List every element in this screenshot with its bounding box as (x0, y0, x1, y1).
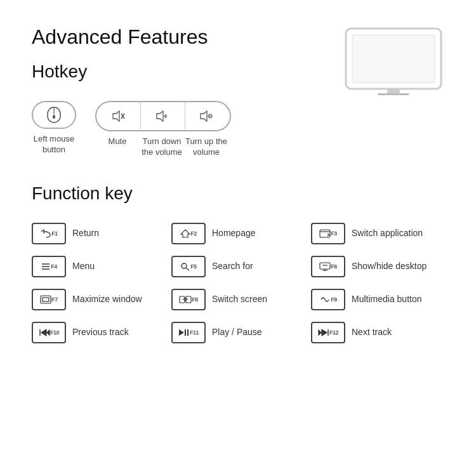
fkey-num-f8: F8 (192, 296, 198, 303)
fkey-icon-f6 (319, 262, 331, 271)
fkey-item-f1: F1 Return (32, 223, 165, 244)
fkey-num-f4: F4 (51, 263, 57, 270)
svg-marker-30 (47, 330, 50, 335)
fkey-box-f3[interactable]: F3 (311, 223, 345, 244)
hotkey-item-mouse: Left mousebutton (32, 101, 76, 155)
fkey-box-f1[interactable]: F1 (32, 223, 66, 244)
fkey-label-f6: Show/hide desktop (352, 261, 426, 272)
fkey-item-f8: F8 Switch screen (171, 289, 305, 310)
fkey-box-f9[interactable]: F9 (311, 289, 345, 310)
fkey-num-f3: F3 (331, 230, 337, 237)
svg-marker-10 (157, 111, 163, 121)
mute-label: Mute (95, 136, 140, 158)
svg-marker-7 (113, 111, 119, 121)
fkey-icon-f3 (319, 229, 331, 238)
svg-rect-2 (387, 89, 400, 94)
vol-down-label: Turn downthe volume (140, 136, 184, 158)
mouse-key-button[interactable] (32, 101, 76, 129)
vol-up-label: Turn up thevolume (184, 136, 228, 158)
fkey-box-f6[interactable]: F6 (311, 256, 345, 277)
volume-key-group[interactable] (95, 101, 231, 131)
svg-point-6 (53, 115, 55, 119)
svg-rect-20 (320, 263, 330, 269)
fkey-item-f2: F2 Homepage (171, 223, 305, 244)
svg-rect-25 (43, 298, 49, 301)
fkey-num-f9: F9 (331, 296, 337, 303)
fkey-icon-f7 (40, 295, 51, 304)
fkey-num-f7: F7 (51, 296, 58, 303)
hotkey-row: Left mousebutton (32, 101, 444, 158)
fkey-num-f6: F6 (331, 263, 337, 270)
fkey-icon-f5 (180, 262, 190, 271)
function-key-grid: F1 Return F2 Homepage (32, 223, 444, 343)
svg-rect-13 (320, 230, 330, 237)
svg-rect-1 (352, 35, 435, 83)
svg-marker-31 (179, 329, 184, 336)
fkey-label-f4: Menu (72, 261, 95, 272)
svg-point-18 (182, 263, 187, 268)
fkey-icon-f12 (318, 328, 329, 337)
fkey-item-f6: F6 Show/hide desktop (311, 256, 444, 277)
fkey-box-f10[interactable]: F10 (32, 322, 66, 343)
fkey-label-f5: Search for (212, 261, 253, 272)
fkey-item-f10: F10 Previous track (32, 322, 165, 343)
fkey-icon-f8 (179, 295, 192, 304)
fkey-item-f5: F5 Search for (171, 256, 305, 277)
fkey-icon-f1 (40, 229, 51, 238)
svg-marker-29 (41, 329, 46, 336)
svg-rect-26 (180, 296, 185, 303)
fkey-box-f5[interactable]: F5 (171, 256, 206, 277)
volume-down-key[interactable] (141, 102, 185, 130)
fkey-item-f4: F4 Menu (32, 256, 165, 277)
fkey-icon-f10 (39, 328, 50, 337)
fkey-num-f1: F1 (51, 230, 58, 237)
svg-rect-3 (378, 93, 409, 95)
monitor-illustration (343, 25, 444, 95)
fkey-box-f8[interactable]: F8 (171, 289, 206, 310)
volume-up-key[interactable] (185, 102, 230, 130)
fkey-icon-f9 (319, 295, 331, 304)
fkey-label-f9: Multimedia button (352, 294, 422, 305)
mouse-key-label: Left mousebutton (34, 134, 74, 155)
svg-line-19 (186, 268, 189, 270)
fkey-icon-f11 (178, 328, 190, 337)
svg-marker-12 (181, 230, 190, 237)
fkey-label-f8: Switch screen (212, 294, 267, 305)
fkey-label-f3: Switch application (352, 228, 423, 239)
fkey-num-f2: F2 (190, 230, 197, 237)
function-key-section: Function key F1 Return (32, 183, 444, 343)
svg-marker-36 (319, 330, 321, 335)
svg-marker-35 (322, 329, 327, 336)
fkey-box-f4[interactable]: F4 (32, 256, 66, 277)
svg-marker-11 (201, 111, 207, 121)
fkey-num-f11: F11 (190, 329, 199, 336)
fkey-icon-f2 (180, 229, 190, 238)
fkey-item-f12: F12 Next track (311, 322, 444, 343)
volume-group-container: Mute Turn downthe volume Turn up thevolu… (95, 101, 231, 158)
fkey-num-f12: F12 (329, 329, 338, 336)
fkey-item-f11: F11 Play / Pause (171, 322, 305, 343)
fkey-box-f12[interactable]: F12 (311, 322, 345, 343)
fkey-label-f2: Homepage (212, 228, 256, 239)
fkey-icon-f4 (41, 262, 51, 271)
fkey-num-f10: F10 (50, 329, 59, 336)
fkey-label-f12: Next track (352, 327, 392, 338)
fkey-label-f1: Return (72, 228, 99, 239)
fkey-box-f7[interactable]: F7 (32, 289, 66, 310)
fkey-item-f7: F7 Maximize window (32, 289, 165, 310)
function-key-section-title: Function key (32, 183, 444, 204)
volume-labels: Mute Turn downthe volume Turn up thevolu… (95, 136, 228, 158)
fkey-box-f11[interactable]: F11 (171, 322, 206, 343)
fkey-item-f3: F3 Switch application (311, 223, 444, 244)
fkey-num-f5: F5 (190, 263, 197, 270)
fkey-label-f7: Maximize window (72, 294, 142, 305)
svg-rect-27 (186, 296, 191, 303)
fkey-item-f9: F9 Multimedia button (311, 289, 444, 310)
fkey-box-f2[interactable]: F2 (171, 223, 206, 244)
fkey-label-f10: Previous track (72, 327, 129, 338)
fkey-label-f11: Play / Pause (212, 327, 262, 338)
mute-key[interactable] (96, 102, 141, 130)
